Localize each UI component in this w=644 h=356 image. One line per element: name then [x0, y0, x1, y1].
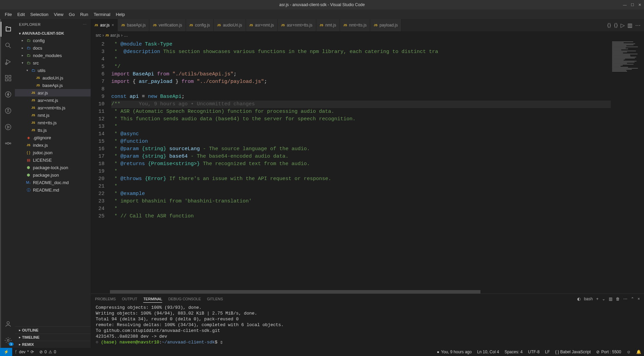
gitlens-status[interactable]: ● You, 9 hours ago — [434, 348, 475, 356]
tree-item[interactable]: M↓README_doc.md — [15, 179, 91, 186]
code-line[interactable]: * @returns {Promise<string>} The recogni… — [111, 160, 611, 168]
branch-status[interactable]: ᚶ dev* ⟳ — [12, 348, 37, 356]
minimize-button[interactable]: — — [623, 3, 627, 7]
tab[interactable]: JSasr+nmt.js — [246, 19, 278, 31]
menu-file[interactable]: File — [2, 11, 15, 18]
tab[interactable]: JSbaseApi.js — [118, 19, 149, 31]
tree-item[interactable]: JSasr.js — [15, 89, 91, 96]
feedback-button[interactable]: ☺ — [624, 348, 633, 356]
chevron-down-icon[interactable]: ⌄ — [602, 297, 605, 301]
close-icon[interactable]: × — [112, 23, 114, 28]
tree-item[interactable]: JSasr+nmt.js — [15, 96, 91, 104]
menu-go[interactable]: Go — [66, 11, 77, 18]
code-line[interactable]: * — [111, 183, 611, 190]
indent-status[interactable]: Spaces: 4 — [502, 348, 525, 356]
tab[interactable]: JSasr.js× — [91, 19, 118, 31]
eol-status[interactable]: LF — [542, 348, 552, 356]
tree-item[interactable]: ⬢package-lock.json — [15, 164, 91, 171]
account-icon[interactable] — [1, 317, 16, 332]
code-line[interactable] — [111, 86, 611, 93]
split-terminal-icon[interactable]: ▥ — [609, 297, 612, 301]
tree-item[interactable]: ▸🗀node_modules — [15, 52, 91, 59]
maximize-panel-icon[interactable]: ⌃ — [631, 297, 634, 301]
code-line[interactable]: * @param {string} base64 - The base64-en… — [111, 153, 611, 160]
liveshare-icon[interactable] — [1, 103, 16, 118]
cursor-position[interactable]: Ln 10, Col 4 — [474, 348, 502, 356]
tab[interactable]: JSconfig.js — [186, 19, 214, 31]
panel-tab-gitlens[interactable]: GITLENS — [207, 296, 223, 302]
port-status[interactable]: ⊘ Port : 5500 — [593, 348, 624, 356]
code-line[interactable]: * This function sends audio data (base64… — [111, 115, 611, 123]
tree-item[interactable]: JSbaseApi.js — [15, 82, 91, 89]
diff-next-icon[interactable]: ⟨⟩ — [614, 22, 618, 29]
tree-item[interactable]: { }jsdoc.json — [15, 149, 91, 156]
project-header[interactable]: ▾ ANUVAAD-CLIENT-SDK — [15, 30, 91, 37]
tab[interactable]: JSasr+nmt+tts.js — [278, 19, 316, 31]
trash-icon[interactable]: 🗑 — [616, 297, 620, 301]
tab[interactable]: JSnmt.js — [316, 19, 340, 31]
menu-terminal[interactable]: Terminal — [91, 11, 113, 18]
menu-help[interactable]: Help — [113, 11, 128, 18]
tree-item[interactable]: JSnmt+tts.js — [15, 119, 91, 126]
explorer-icon[interactable] — [1, 22, 16, 37]
tab[interactable]: JSverification.js — [149, 19, 186, 31]
search-icon[interactable] — [1, 38, 16, 53]
menu-view[interactable]: View — [51, 11, 66, 18]
more-icon[interactable]: ⋯ — [635, 22, 641, 29]
more-icon[interactable]: ⋯ — [623, 297, 627, 301]
menu-edit[interactable]: Edit — [15, 11, 27, 18]
tree-item[interactable]: ⬢package.json — [15, 171, 91, 179]
minimap[interactable] — [611, 39, 644, 293]
tree-item[interactable]: JSasr+nmt+tts.js — [15, 104, 91, 111]
section-outline[interactable]: ▸OUTLINE — [15, 326, 91, 334]
diff-prev-icon[interactable]: ⟨⟩ — [607, 22, 611, 29]
panel-tab-problems[interactable]: PROBLEMS — [95, 296, 116, 302]
section-remix[interactable]: ▸REMIX — [15, 341, 91, 348]
liveserver-icon[interactable] — [1, 120, 16, 135]
code-line[interactable]: /** You, 9 hours ago • Uncommitted chang… — [111, 101, 611, 108]
remote-button[interactable]: ⚡ — [0, 348, 12, 356]
tab[interactable]: JSnmt+tts.js — [340, 19, 371, 31]
tree-item[interactable]: ▾🗀src — [15, 59, 91, 67]
thunder-icon[interactable] — [1, 87, 16, 102]
new-terminal-icon[interactable]: + — [596, 297, 599, 301]
tree-item[interactable]: JSindex.js — [15, 141, 91, 149]
tab[interactable]: JSaudioUri.js — [214, 19, 246, 31]
code-line[interactable]: * // Call the ASR function — [111, 213, 611, 220]
code-line[interactable]: * — [111, 205, 611, 213]
code-line[interactable]: */ — [111, 63, 611, 71]
tree-item[interactable]: JSnmt.js — [15, 111, 91, 119]
code-line[interactable]: const api = new BaseApi; — [111, 93, 611, 101]
shell-name[interactable]: bash — [584, 297, 593, 301]
code-line[interactable]: * — [111, 56, 611, 63]
panel-tab-output[interactable]: OUTPUT — [122, 296, 137, 302]
code-line[interactable]: * @function — [111, 138, 611, 145]
code-line[interactable]: * import bhashini from 'bhashini-transla… — [111, 198, 611, 205]
tree-item[interactable]: ▾🗀utils — [15, 67, 91, 74]
editor-body[interactable]: 2345678910111213141516171819202122232425… — [91, 39, 644, 293]
tree-item[interactable]: ▸🗀config — [15, 37, 91, 44]
panel-tab-debug-console[interactable]: DEBUG CONSOLE — [168, 296, 201, 302]
run-icon[interactable]: ▷ — [621, 22, 625, 29]
gitlens-icon[interactable] — [1, 136, 16, 151]
panel-tab-terminal[interactable]: TERMINAL — [143, 296, 162, 303]
language-status[interactable]: { } Babel JavaScript — [552, 348, 593, 356]
settings-icon[interactable]: 1 — [1, 333, 16, 348]
sidebar-actions[interactable]: ⋯ — [83, 22, 87, 27]
code-line[interactable]: * @description This section showcases va… — [111, 48, 611, 56]
tree-item[interactable]: ⓘREADME.md — [15, 186, 91, 194]
code-line[interactable]: import BaseApi from "./utils/baseApi.js"… — [111, 71, 611, 78]
code-area[interactable]: * @module Task-Type * @description This … — [110, 39, 611, 293]
tree-item[interactable]: ▤LICENSE — [15, 156, 91, 164]
terminal-content[interactable]: Compressing objects: 100% (93/93), done.… — [91, 304, 644, 348]
extensions-icon[interactable] — [1, 71, 16, 86]
maximize-button[interactable]: ☐ — [631, 3, 634, 7]
code-line[interactable]: * @param {string} sourceLang - The sourc… — [111, 145, 611, 153]
tree-item[interactable]: JStts.js — [15, 126, 91, 134]
code-line[interactable]: * — [111, 168, 611, 175]
section-timeline[interactable]: ▸TIMELINE — [15, 334, 91, 341]
tree-item[interactable]: ▸🗀docs — [15, 44, 91, 52]
tree-item[interactable]: ◈.gitignore — [15, 134, 91, 141]
code-line[interactable]: * @async — [111, 130, 611, 138]
encoding-status[interactable]: UTF-8 — [525, 348, 542, 356]
